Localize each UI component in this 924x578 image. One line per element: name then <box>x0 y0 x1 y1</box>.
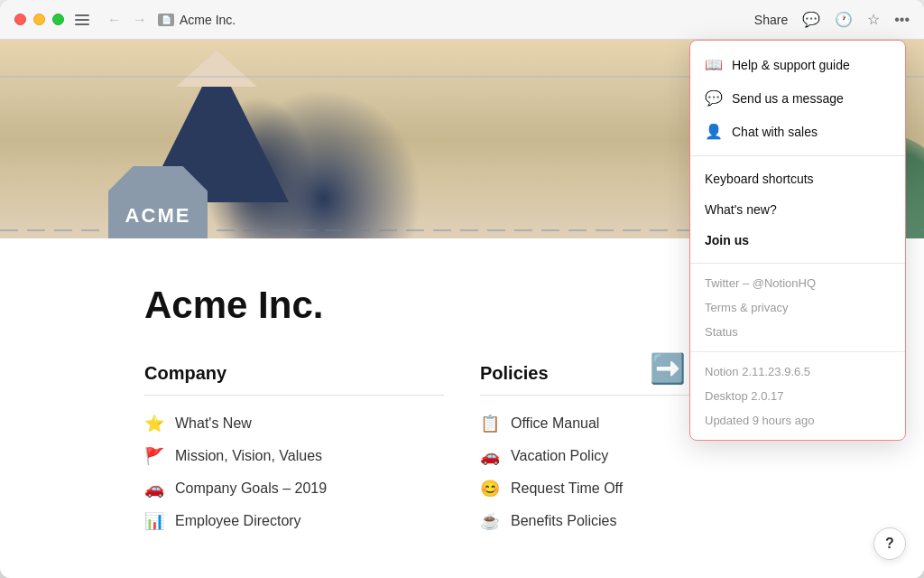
menu-item-twitter[interactable]: Twitter – @NotionHQ <box>690 271 905 295</box>
person-icon: 👤 <box>705 123 723 140</box>
version-line1: Notion 2.11.23.9.6.5 <box>690 359 905 384</box>
list-item[interactable]: ☕ Benefits Policies <box>480 511 780 531</box>
menu-item-whats-new[interactable]: What's new? <box>690 194 905 225</box>
coffee-emoji: ☕ <box>480 511 502 531</box>
version-line2: Desktop 2.0.17 <box>690 384 905 408</box>
acme-badge-text: ACME <box>125 204 191 228</box>
comment-button[interactable]: 💬 <box>802 11 820 28</box>
list-item[interactable]: 😊 Request Time Off <box>480 479 780 499</box>
menu-item-keyboard[interactable]: Keyboard shortcuts <box>690 163 905 194</box>
list-item[interactable]: 🚩 Mission, Vision, Values <box>144 446 444 466</box>
company-section: Company ⭐ What's New 🚩 Mission, Vision, … <box>144 363 444 531</box>
close-button[interactable] <box>14 14 26 25</box>
car-emoji: 🚗 <box>144 479 166 499</box>
chart-emoji: 📊 <box>144 511 166 531</box>
share-button[interactable]: Share <box>754 13 788 27</box>
back-button[interactable]: ← <box>104 10 125 30</box>
list-item[interactable]: 🚗 Vacation Policy <box>480 446 780 466</box>
menu-item-terms[interactable]: Terms & privacy <box>690 295 905 320</box>
traffic-lights <box>14 14 64 25</box>
company-section-title: Company <box>144 363 444 396</box>
company-list: ⭐ What's New 🚩 Mission, Vision, Values 🚗… <box>144 414 444 531</box>
app-window: ← → 📄 Acme Inc. Share 💬 🕐 ☆ ••• ACME <box>0 0 924 578</box>
forward-button[interactable]: → <box>129 10 151 30</box>
item-label: Request Time Off <box>511 480 623 497</box>
acme-logo-badge: ACME <box>108 166 208 238</box>
menu-item-join[interactable]: Join us <box>690 225 905 256</box>
menu-section-misc: Twitter – @NotionHQ Terms & privacy Stat… <box>690 264 905 352</box>
list-item[interactable]: ⭐ What's New <box>144 414 444 434</box>
history-button[interactable]: 🕐 <box>835 11 853 28</box>
menu-section-version: Notion 2.11.23.9.6.5 Desktop 2.0.17 Upda… <box>690 352 905 440</box>
car2-emoji: 🚗 <box>480 446 502 466</box>
menu-button[interactable] <box>75 11 93 29</box>
item-label: What's New <box>175 415 252 432</box>
maximize-button[interactable] <box>52 14 64 25</box>
nav-arrows: ← → <box>104 10 151 30</box>
page-icon: 📄 <box>158 14 174 26</box>
clipboard-emoji: 📋 <box>480 414 502 434</box>
flag-emoji: 🚩 <box>144 446 166 466</box>
mountain-snow <box>176 51 257 87</box>
more-button[interactable]: ••• <box>894 12 910 28</box>
help-button[interactable]: ? <box>873 527 906 560</box>
menu-section-support: 📖 Help & support guide 💬 Send us a messa… <box>690 41 905 156</box>
item-label: Mission, Vision, Values <box>175 448 322 464</box>
titlebar: ← → 📄 Acme Inc. Share 💬 🕐 ☆ ••• <box>0 0 924 40</box>
item-label: Benefits Policies <box>511 513 616 529</box>
menu-section-links: Keyboard shortcuts What's new? Join us <box>690 156 905 264</box>
favorite-button[interactable]: ☆ <box>867 11 880 28</box>
item-label: Employee Directory <box>175 513 301 529</box>
sections-grid: Company ⭐ What's New 🚩 Mission, Vision, … <box>144 363 780 531</box>
item-label: Office Manual <box>511 415 599 432</box>
item-label: Company Goals – 2019 <box>175 480 327 497</box>
list-item[interactable]: 📊 Employee Directory <box>144 511 444 531</box>
book-icon: 📖 <box>705 56 723 73</box>
titlebar-actions: Share 💬 🕐 ☆ ••• <box>754 11 910 28</box>
menu-item-chat-sales[interactable]: 👤 Chat with sales <box>690 115 905 148</box>
smile-emoji: 😊 <box>480 479 502 499</box>
menu-item-label: Chat with sales <box>732 125 818 139</box>
version-line3: Updated 9 hours ago <box>690 408 905 433</box>
menu-item-help[interactable]: 📖 Help & support guide <box>690 48 905 81</box>
item-label: Vacation Policy <box>511 448 608 464</box>
breadcrumb-title: Acme Inc. <box>180 13 236 27</box>
arrow-indicator: ➡️ <box>650 351 686 386</box>
dropdown-menu: 📖 Help & support guide 💬 Send us a messa… <box>689 40 906 441</box>
list-item[interactable]: 🚗 Company Goals – 2019 <box>144 479 444 499</box>
chat-icon: 💬 <box>705 89 723 107</box>
breadcrumb: 📄 Acme Inc. <box>158 13 754 27</box>
menu-item-label: Help & support guide <box>732 58 850 72</box>
menu-item-message[interactable]: 💬 Send us a message <box>690 81 905 115</box>
menu-item-label: Send us a message <box>732 91 844 106</box>
menu-item-status[interactable]: Status <box>690 320 905 344</box>
page-title: Acme Inc. <box>144 284 780 327</box>
minimize-button[interactable] <box>33 14 45 25</box>
star-emoji: ⭐ <box>144 414 166 434</box>
